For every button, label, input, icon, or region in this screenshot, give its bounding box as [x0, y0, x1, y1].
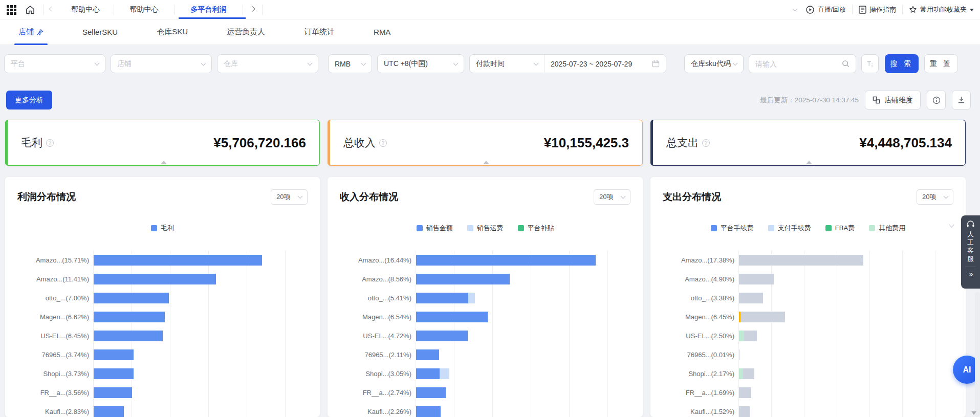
chart-row-label: Amazo...(11.41%): [17, 275, 89, 283]
items-count-select[interactable]: 20项: [594, 189, 630, 205]
legend-item[interactable]: 销售运费: [467, 224, 504, 233]
last-update-label: 最后更新：: [760, 96, 795, 104]
customer-service-panel[interactable]: 人工客服 »: [961, 215, 980, 289]
chevron-down-icon: [201, 60, 206, 65]
legend-item[interactable]: 其他费用: [869, 224, 905, 233]
time-type-value: 付款时间: [476, 59, 505, 69]
reset-button[interactable]: 重 置: [924, 54, 958, 73]
tab-help-center-1[interactable]: 帮助中心: [57, 0, 114, 19]
info-button[interactable]: [927, 91, 946, 109]
legend-collapse-icon[interactable]: [949, 223, 954, 228]
chart-row-label: Kaufl...(2.83%): [17, 408, 89, 415]
kpi-label: 总支出: [666, 136, 699, 150]
items-count-value: 20项: [922, 192, 936, 202]
last-update-text: 最后更新：2025-07-30 14:37:45: [760, 96, 859, 105]
kpi-collapse-handle[interactable]: [483, 161, 489, 164]
chart-row: US-EL...(6.45%): [17, 326, 308, 345]
legend-item[interactable]: 销售金额: [417, 224, 453, 233]
legend-swatch: [711, 225, 717, 231]
live-replay-button[interactable]: 直播/回放: [806, 5, 846, 14]
nav-item-operator[interactable]: 运营负责人: [227, 19, 265, 45]
search-button[interactable]: 搜 索: [885, 54, 919, 73]
tab-back-icon[interactable]: [45, 0, 57, 19]
legend-label: 毛利: [161, 224, 174, 233]
bar-segment: [94, 331, 163, 341]
chart-row-label: Kaufl...(2.26%): [340, 408, 411, 415]
chart-row: US-EL...(4.72%): [340, 326, 630, 345]
chart-row: FR__a...(3.56%): [17, 383, 308, 402]
kpi-card-total-expense: 总支出? ¥4,448,705.134: [650, 120, 966, 166]
timezone-select[interactable]: UTC +8(中国): [377, 54, 464, 73]
tab-help-center-2[interactable]: 帮助中心: [114, 0, 175, 19]
chart-legend: 销售金额销售运费平台补贴: [340, 223, 630, 233]
nav-item-sellersku[interactable]: SellerSKU: [82, 19, 118, 45]
dimension-switch-button[interactable]: 店铺维度: [865, 91, 921, 109]
chart-row-label: Amazo...(15.71%): [17, 256, 89, 264]
chart-row-plot: [416, 364, 628, 383]
legend-item[interactable]: 毛利: [151, 224, 174, 233]
tab-forward-icon[interactable]: [245, 0, 260, 19]
topbar-collapse-icon[interactable]: [793, 7, 798, 12]
download-button[interactable]: [952, 91, 971, 109]
favorites-button[interactable]: 常用功能收藏夹: [909, 5, 974, 14]
nav-label: SellerSKU: [82, 28, 118, 36]
chart-row-label: Amazo...(16.44%): [340, 256, 411, 264]
chart-row: Magen...(6.62%): [17, 308, 308, 326]
legend-swatch: [467, 225, 473, 231]
kpi-help-icon[interactable]: ?: [46, 139, 54, 147]
nav-item-store[interactable]: 店铺: [18, 19, 43, 45]
chart-bar: [94, 255, 262, 266]
chart-bar: [739, 274, 774, 284]
guide-button[interactable]: 操作指南: [859, 5, 896, 14]
chart-bar: [416, 312, 488, 322]
chart-row: Amazo...(16.44%): [340, 251, 630, 270]
nav-item-rma[interactable]: RMA: [374, 19, 390, 45]
legend-item[interactable]: 平台手续费: [711, 224, 754, 233]
sku-type-select[interactable]: 仓库sku代码: [684, 54, 744, 73]
chart-row-plot: [738, 364, 951, 383]
more-analysis-button[interactable]: 更多分析: [6, 91, 52, 109]
platform-select[interactable]: 平台: [4, 54, 105, 73]
chart-bar: [94, 331, 163, 341]
exact-match-button[interactable]: [861, 54, 879, 73]
kpi-help-icon[interactable]: ?: [702, 139, 710, 147]
legend-item[interactable]: 平台补贴: [518, 224, 554, 233]
search-icon[interactable]: [842, 60, 850, 68]
kpi-value: ¥4,448,705.134: [859, 135, 952, 151]
warehouse-select[interactable]: 仓库: [217, 54, 318, 73]
keyword-input[interactable]: [755, 60, 827, 68]
home-icon[interactable]: [23, 0, 38, 19]
currency-select[interactable]: RMB: [328, 54, 372, 73]
nav-item-warehouse-sku[interactable]: 仓库SKU: [157, 19, 188, 45]
legend-item[interactable]: 支付手续费: [768, 224, 811, 233]
chart-row: Kaufl...(2.83%): [17, 402, 308, 417]
store-select[interactable]: 店铺: [111, 54, 212, 73]
items-count-select[interactable]: 20项: [271, 189, 308, 205]
chevron-down-icon: [298, 194, 303, 199]
date-range-picker[interactable]: 2025-07-23 ~ 2025-07-29: [545, 55, 666, 73]
chevron-down-icon: [361, 60, 366, 65]
collapse-right-icon[interactable]: »: [969, 270, 972, 278]
kpi-collapse-handle[interactable]: [161, 161, 167, 164]
chart-row-label: Shopi...(3.05%): [340, 370, 411, 378]
tab-multi-platform-profit[interactable]: 多平台利润: [175, 0, 243, 19]
scrollbar-track[interactable]: [975, 292, 980, 417]
items-count-select[interactable]: 20项: [917, 189, 953, 205]
legend-swatch: [825, 225, 832, 231]
legend-item[interactable]: FBA费: [825, 224, 855, 233]
chart-row-plot: [738, 383, 951, 402]
chart-row-label: Amazo...(17.38%): [663, 256, 734, 264]
timezone-value: UTC +8(中国): [384, 59, 428, 69]
chart-row-plot: [416, 345, 628, 364]
scroll-down-icon[interactable]: [971, 411, 976, 415]
time-type-select[interactable]: 付款时间: [470, 55, 544, 73]
kpi-help-icon[interactable]: ?: [379, 139, 387, 147]
date-range-value: 2025-07-23 ~ 2025-07-29: [551, 60, 632, 68]
chart-row-label: Shopi...(2.17%): [663, 370, 734, 378]
chevron-down-icon: [621, 194, 626, 199]
apps-grid-icon[interactable]: [4, 0, 18, 19]
chart-row-label: FR__a...(1.69%): [663, 389, 734, 397]
kpi-collapse-handle[interactable]: [806, 161, 812, 164]
nav-item-order-stats[interactable]: 订单统计: [304, 19, 335, 45]
info-icon: [932, 96, 941, 104]
